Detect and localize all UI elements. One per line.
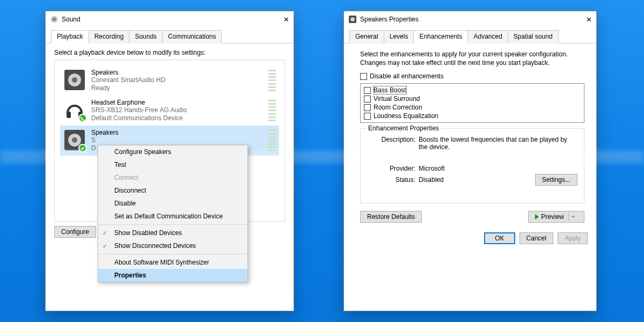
close-icon[interactable]: ✕ [273, 16, 289, 24]
group-legend: Enhancement Properties [366, 125, 441, 132]
device-driver: Conexant SmartAudio HD [91, 76, 165, 84]
level-meter-icon [268, 130, 276, 151]
description-row: Description: Boosts the lowest frequenci… [367, 136, 577, 151]
device-name: Speakers [91, 129, 119, 136]
provider-value: Microsoft [419, 165, 445, 172]
tab-general[interactable]: General [349, 30, 384, 43]
props-titlebar[interactable]: Speakers Properties ✕ [344, 11, 596, 27]
sound-title-icon [50, 15, 58, 24]
enhancements-pane: Select the enhancements to apply for you… [344, 43, 596, 227]
enh-virtual-surround[interactable]: Virtual Surround [364, 94, 581, 103]
sound-titlebar[interactable]: Sound ✕ [46, 11, 294, 27]
checkmark-icon: ✓ [103, 243, 107, 250]
status-label: Status: [367, 176, 419, 184]
ctx-separator [98, 224, 247, 225]
device-name: Headset Earphone [91, 99, 187, 106]
restore-defaults-button[interactable]: Restore Defaults [360, 211, 422, 223]
enh-checkbox[interactable] [364, 104, 371, 111]
preview-dropdown-arrow[interactable] [568, 213, 577, 221]
default-device-badge-icon [78, 144, 87, 152]
description-value: Boosts the lowest frequencies that can b… [419, 136, 577, 151]
tab-playback[interactable]: Playback [51, 30, 89, 43]
enh-room-correction[interactable]: Room Correction [364, 103, 581, 112]
svg-point-4 [72, 77, 77, 83]
enh-bass-boost[interactable]: Bass Boost [364, 86, 581, 94]
enhancement-properties-group: Enhancement Properties Description: Boos… [360, 128, 584, 203]
ctx-configure-speakers[interactable]: Configure Speakers [98, 145, 247, 158]
tab-sounds[interactable]: Sounds [129, 30, 163, 43]
device-driver: SRS-XB12 Hands-Free AG Audio [91, 106, 187, 114]
speakers-properties-dialog: Speakers Properties ✕ General Levels Enh… [343, 11, 597, 311]
props-title: Speakers Properties [360, 16, 576, 23]
preview-button[interactable]: Preview [528, 211, 584, 223]
ctx-label: Show Disconnected Devices [114, 242, 196, 250]
device-text: Speakers Conexant SmartAudio HD Ready [91, 69, 165, 92]
headset-icon [63, 99, 86, 121]
description-label: Description: [367, 136, 419, 151]
device-row[interactable]: Speakers Conexant SmartAudio HD Ready [60, 65, 279, 96]
ctx-separator [98, 254, 247, 254]
checkmark-icon: ✓ [103, 230, 107, 237]
ctx-show-disconnected[interactable]: ✓Show Disconnected Devices [98, 239, 247, 252]
tab-spatial-sound[interactable]: Spatial sound [508, 30, 559, 43]
enh-label: Loudness Equalization [374, 112, 438, 120]
ctx-set-default-comm[interactable]: Set as Default Communication Device [98, 210, 247, 223]
tab-enhancements[interactable]: Enhancements [413, 30, 468, 43]
close-icon[interactable]: ✕ [576, 16, 592, 24]
playback-instruction: Select a playback device below to modify… [54, 49, 285, 56]
cancel-button[interactable]: Cancel [519, 232, 553, 244]
tab-recording[interactable]: Recording [89, 30, 130, 43]
sound-tabstrip: Playback Recording Sounds Communications [46, 27, 294, 43]
default-comm-badge-icon [78, 114, 87, 122]
status-row: Status: Disabled Settings... [367, 174, 577, 186]
device-name: Speakers [91, 69, 165, 76]
ctx-about-midi[interactable]: About Software MIDI Synthesizer [98, 256, 247, 269]
enh-label: Virtual Surround [374, 95, 420, 103]
provider-row: Provider: Microsoft [367, 165, 577, 172]
disable-all-checkbox[interactable] [360, 73, 367, 80]
ctx-disconnect[interactable]: Disconnect [98, 184, 247, 197]
apply-button[interactable]: Apply [558, 232, 588, 244]
enh-loudness-eq[interactable]: Loudness Equalization [364, 112, 581, 120]
ctx-disable[interactable]: Disable [98, 197, 247, 210]
ok-button[interactable]: OK [484, 232, 515, 244]
ctx-properties[interactable]: Properties [98, 269, 247, 282]
ctx-show-disabled[interactable]: ✓Show Disabled Devices [98, 226, 247, 239]
ctx-test[interactable]: Test [98, 158, 247, 171]
level-meter-icon [268, 70, 276, 91]
enh-checkbox[interactable] [364, 113, 371, 120]
device-text: Headset Earphone SRS-XB12 Hands-Free AG … [91, 99, 187, 122]
props-dialog-buttons: OK Cancel Apply [344, 227, 596, 252]
speaker-icon [63, 69, 86, 91]
device-status: Default Communications Device [91, 114, 187, 122]
disable-all-label: Disable all enhancements [370, 72, 443, 80]
speaker-icon [63, 129, 86, 151]
ctx-label: Show Disabled Devices [114, 229, 182, 237]
preview-label: Preview [541, 213, 564, 221]
enhancements-list[interactable]: Bass Boost Virtual Surround Room Correct… [360, 83, 584, 123]
disable-all-row[interactable]: Disable all enhancements [360, 72, 584, 80]
svg-rect-5 [67, 112, 71, 118]
tab-levels[interactable]: Levels [384, 30, 414, 43]
device-status: Ready [91, 84, 165, 92]
svg-point-9 [72, 137, 77, 143]
ctx-connect: Connect [98, 171, 247, 184]
svg-point-1 [53, 18, 56, 21]
sound-title: Sound [62, 16, 273, 23]
tab-advanced[interactable]: Advanced [467, 30, 508, 43]
enh-settings-button[interactable]: Settings... [535, 174, 577, 186]
enh-instruction: Select the enhancements to apply for you… [360, 50, 584, 67]
enh-checkbox[interactable] [364, 96, 371, 103]
play-icon [535, 214, 539, 219]
enh-checkbox[interactable] [364, 87, 371, 94]
device-context-menu: Configure Speakers Test Connect Disconne… [98, 145, 248, 282]
configure-button[interactable]: Configure [54, 226, 96, 238]
enh-bottom-row: Restore Defaults Preview [360, 211, 584, 223]
speaker-title-icon [348, 15, 357, 24]
provider-label: Provider: [367, 165, 419, 172]
device-row[interactable]: Headset Earphone SRS-XB12 Hands-Free AG … [60, 96, 279, 126]
props-tabstrip: General Levels Enhancements Advanced Spa… [344, 27, 596, 43]
tab-communications[interactable]: Communications [162, 30, 222, 43]
level-meter-icon [268, 100, 276, 121]
enh-label: Room Correction [374, 104, 422, 111]
